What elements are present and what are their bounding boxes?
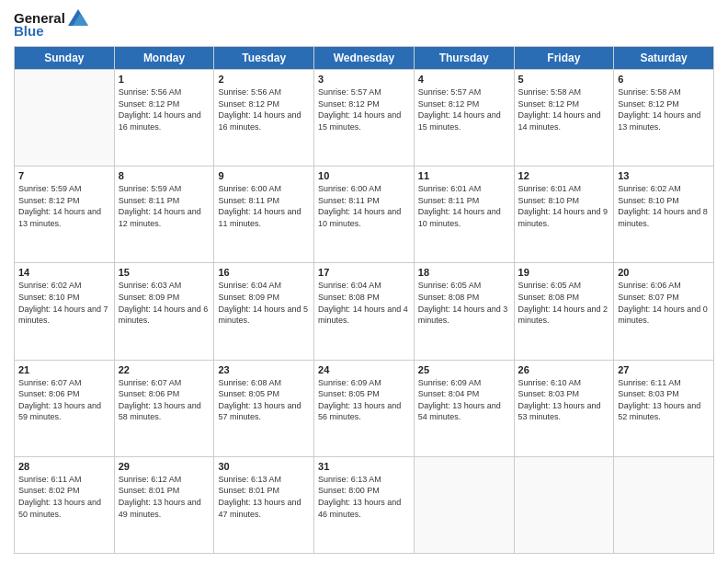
calendar-cell: 1Sunrise: 5:56 AM Sunset: 8:12 PM Daylig… [114,70,214,167]
day-info: Sunrise: 6:11 AM Sunset: 8:03 PM Dayligh… [618,377,710,423]
day-number: 20 [618,267,710,278]
calendar-cell: 2Sunrise: 5:56 AM Sunset: 8:12 PM Daylig… [214,70,314,167]
day-number: 12 [518,170,610,181]
calendar-cell [15,70,115,167]
day-info: Sunrise: 6:09 AM Sunset: 8:04 PM Dayligh… [418,377,510,423]
day-info: Sunrise: 6:03 AM Sunset: 8:09 PM Dayligh… [119,280,210,326]
day-info: Sunrise: 5:59 AM Sunset: 8:12 PM Dayligh… [18,183,110,229]
calendar-cell [514,456,614,553]
calendar-cell: 17Sunrise: 6:04 AM Sunset: 8:08 PM Dayli… [314,263,415,360]
day-number: 13 [618,170,710,181]
day-info: Sunrise: 5:56 AM Sunset: 8:12 PM Dayligh… [218,86,310,132]
calendar-cell: 19Sunrise: 6:05 AM Sunset: 8:08 PM Dayli… [514,263,614,360]
calendar-cell: 29Sunrise: 6:12 AM Sunset: 8:01 PM Dayli… [114,456,214,553]
calendar-cell: 27Sunrise: 6:11 AM Sunset: 8:03 PM Dayli… [614,360,714,456]
calendar-cell: 23Sunrise: 6:08 AM Sunset: 8:05 PM Dayli… [214,360,314,456]
day-number: 5 [518,74,610,85]
weekday-header: Friday [514,47,614,70]
day-number: 1 [119,74,210,85]
day-number: 29 [119,461,210,472]
day-number: 7 [18,170,110,181]
day-number: 24 [318,364,410,375]
day-number: 30 [218,461,310,472]
day-number: 21 [18,364,110,375]
day-number: 23 [218,364,310,375]
calendar-cell: 26Sunrise: 6:10 AM Sunset: 8:03 PM Dayli… [514,360,614,456]
day-number: 31 [318,461,410,472]
calendar-cell: 16Sunrise: 6:04 AM Sunset: 8:09 PM Dayli… [214,263,314,360]
day-info: Sunrise: 6:02 AM Sunset: 8:10 PM Dayligh… [618,183,710,229]
day-info: Sunrise: 6:02 AM Sunset: 8:10 PM Dayligh… [18,280,110,326]
day-info: Sunrise: 6:01 AM Sunset: 8:10 PM Dayligh… [518,183,610,229]
weekday-header: Saturday [614,47,714,70]
calendar-cell: 3Sunrise: 5:57 AM Sunset: 8:12 PM Daylig… [314,70,415,167]
day-number: 16 [218,267,310,278]
day-info: Sunrise: 5:58 AM Sunset: 8:12 PM Dayligh… [618,86,710,132]
calendar-cell: 11Sunrise: 6:01 AM Sunset: 8:11 PM Dayli… [414,167,514,263]
day-info: Sunrise: 5:56 AM Sunset: 8:12 PM Dayligh… [119,86,210,132]
calendar-cell: 21Sunrise: 6:07 AM Sunset: 8:06 PM Dayli… [15,360,115,456]
day-info: Sunrise: 6:04 AM Sunset: 8:08 PM Dayligh… [318,280,410,326]
weekday-header: Monday [114,47,214,70]
calendar-cell: 14Sunrise: 6:02 AM Sunset: 8:10 PM Dayli… [15,263,115,360]
calendar-table: SundayMondayTuesdayWednesdayThursdayFrid… [14,46,714,554]
day-number: 2 [218,74,310,85]
day-info: Sunrise: 5:57 AM Sunset: 8:12 PM Dayligh… [318,86,410,132]
day-info: Sunrise: 6:11 AM Sunset: 8:02 PM Dayligh… [18,474,110,520]
day-info: Sunrise: 5:57 AM Sunset: 8:12 PM Dayligh… [418,86,510,132]
logo: General Blue [14,9,88,39]
day-info: Sunrise: 6:08 AM Sunset: 8:05 PM Dayligh… [218,377,310,423]
day-number: 25 [418,364,510,375]
calendar-cell: 31Sunrise: 6:13 AM Sunset: 8:00 PM Dayli… [314,456,415,553]
calendar-cell: 9Sunrise: 6:00 AM Sunset: 8:11 PM Daylig… [214,167,314,263]
calendar-cell: 28Sunrise: 6:11 AM Sunset: 8:02 PM Dayli… [15,456,115,553]
day-number: 18 [418,267,510,278]
day-number: 9 [218,170,310,181]
day-number: 28 [18,461,110,472]
weekday-header: Thursday [414,47,514,70]
day-info: Sunrise: 6:10 AM Sunset: 8:03 PM Dayligh… [518,377,610,423]
weekday-header: Sunday [15,47,115,70]
day-info: Sunrise: 5:58 AM Sunset: 8:12 PM Dayligh… [518,86,610,132]
calendar-cell: 24Sunrise: 6:09 AM Sunset: 8:05 PM Dayli… [314,360,415,456]
day-number: 8 [119,170,210,181]
day-number: 4 [418,74,510,85]
calendar-cell: 12Sunrise: 6:01 AM Sunset: 8:10 PM Dayli… [514,167,614,263]
day-number: 6 [618,74,710,85]
day-number: 22 [119,364,210,375]
calendar-cell: 15Sunrise: 6:03 AM Sunset: 8:09 PM Dayli… [114,263,214,360]
calendar-cell: 25Sunrise: 6:09 AM Sunset: 8:04 PM Dayli… [414,360,514,456]
day-number: 15 [119,267,210,278]
day-number: 3 [318,74,410,85]
calendar-cell: 8Sunrise: 5:59 AM Sunset: 8:11 PM Daylig… [114,167,214,263]
day-number: 17 [318,267,410,278]
day-number: 27 [618,364,710,375]
day-info: Sunrise: 6:09 AM Sunset: 8:05 PM Dayligh… [318,377,410,423]
calendar-cell: 20Sunrise: 6:06 AM Sunset: 8:07 PM Dayli… [614,263,714,360]
day-number: 11 [418,170,510,181]
page: General Blue SundayMondayTuesdayWednesda… [0,0,728,563]
day-info: Sunrise: 6:13 AM Sunset: 8:01 PM Dayligh… [218,474,310,520]
calendar-cell: 10Sunrise: 6:00 AM Sunset: 8:11 PM Dayli… [314,167,415,263]
calendar-cell [614,456,714,553]
logo-blue: Blue [14,23,44,39]
day-info: Sunrise: 6:01 AM Sunset: 8:11 PM Dayligh… [418,183,510,229]
calendar-cell: 18Sunrise: 6:05 AM Sunset: 8:08 PM Dayli… [414,263,514,360]
day-info: Sunrise: 6:12 AM Sunset: 8:01 PM Dayligh… [119,474,210,520]
day-info: Sunrise: 6:05 AM Sunset: 8:08 PM Dayligh… [518,280,610,326]
calendar-cell: 30Sunrise: 6:13 AM Sunset: 8:01 PM Dayli… [214,456,314,553]
day-info: Sunrise: 6:07 AM Sunset: 8:06 PM Dayligh… [119,377,210,423]
day-info: Sunrise: 6:04 AM Sunset: 8:09 PM Dayligh… [218,280,310,326]
day-info: Sunrise: 6:00 AM Sunset: 8:11 PM Dayligh… [318,183,410,229]
day-number: 19 [518,267,610,278]
day-info: Sunrise: 6:06 AM Sunset: 8:07 PM Dayligh… [618,280,710,326]
day-info: Sunrise: 6:00 AM Sunset: 8:11 PM Dayligh… [218,183,310,229]
calendar-cell: 22Sunrise: 6:07 AM Sunset: 8:06 PM Dayli… [114,360,214,456]
logo-icon [68,9,88,26]
day-info: Sunrise: 6:07 AM Sunset: 8:06 PM Dayligh… [18,377,110,423]
day-info: Sunrise: 6:05 AM Sunset: 8:08 PM Dayligh… [418,280,510,326]
day-number: 26 [518,364,610,375]
day-number: 14 [18,267,110,278]
weekday-header: Wednesday [314,47,415,70]
calendar-cell: 5Sunrise: 5:58 AM Sunset: 8:12 PM Daylig… [514,70,614,167]
